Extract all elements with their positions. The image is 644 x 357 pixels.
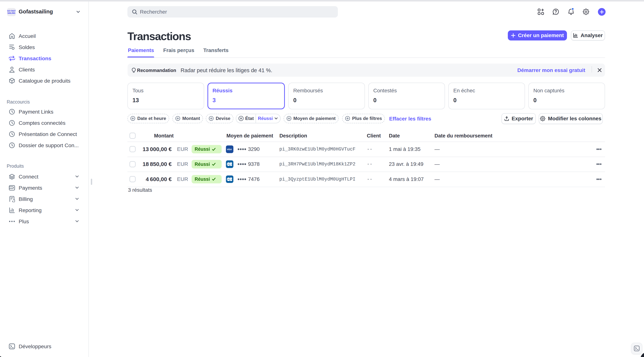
svg-text:VISA: VISA (227, 148, 232, 150)
